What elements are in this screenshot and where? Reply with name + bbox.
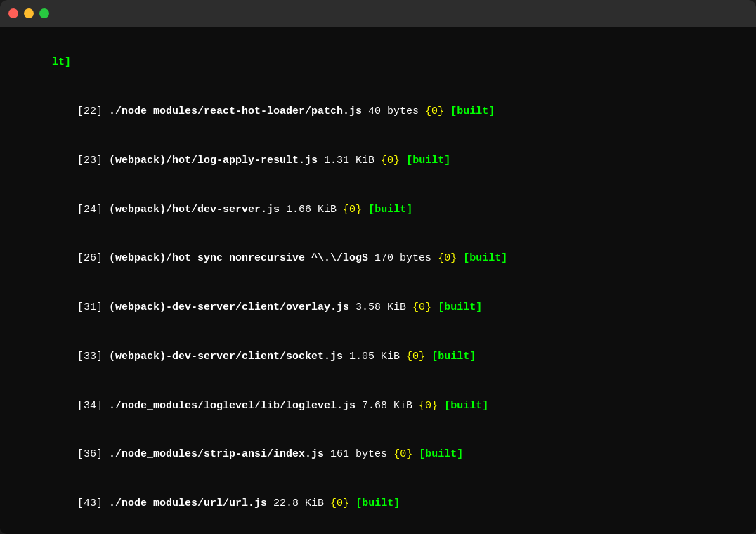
text-segment: [built] — [438, 301, 482, 313]
text-segment: 7.68 KiB — [356, 400, 419, 412]
text-segment — [349, 497, 356, 509]
terminal-line: [22] ./node_modules/react-hot-loader/pat… — [14, 87, 742, 136]
text-segment: 40 bytes — [362, 105, 425, 117]
close-button[interactable] — [8, 8, 18, 18]
text-segment — [457, 252, 463, 264]
text-segment — [438, 400, 444, 412]
text-segment: {0} — [412, 301, 431, 313]
text-segment: [22] — [52, 105, 109, 117]
text-segment: (webpack)/hot/log-apply-result.js — [109, 155, 318, 167]
text-segment: 1.66 KiB — [280, 204, 343, 216]
text-segment: [built] — [444, 400, 488, 412]
terminal-line: [24] (webpack)/hot/dev-server.js 1.66 Ki… — [14, 185, 742, 234]
text-segment: 3.58 KiB — [349, 301, 412, 313]
text-segment: [23] — [52, 155, 109, 167]
terminal-line: [36] ./node_modules/strip-ansi/index.js … — [14, 430, 742, 479]
text-segment: ./node_modules/strip-ansi/index.js — [109, 448, 324, 460]
text-segment: {0} — [381, 155, 400, 167]
text-segment: [43] — [52, 497, 109, 509]
text-segment: [34] — [52, 400, 109, 412]
text-segment: [built] — [406, 155, 450, 167]
text-segment: [31] — [52, 301, 109, 313]
terminal-line: [23] (webpack)/hot/log-apply-result.js 1… — [14, 136, 742, 185]
text-segment: ./node_modules/url/url.js — [109, 497, 267, 509]
text-segment — [431, 301, 438, 313]
text-segment: {0} — [330, 497, 349, 509]
text-segment: [built] — [431, 351, 476, 363]
text-segment: [built] — [463, 252, 507, 264]
terminal-line: [34] ./node_modules/loglevel/lib/logleve… — [14, 381, 742, 430]
text-segment: 161 bytes — [324, 448, 393, 460]
text-segment: 1.05 KiB — [343, 351, 406, 363]
text-segment: [built] — [450, 105, 495, 117]
text-segment: ./node_modules/react-hot-loader/patch.js — [109, 105, 362, 117]
text-segment — [425, 351, 431, 363]
titlebar — [0, 0, 756, 27]
text-segment: ./node_modules/loglevel/lib/loglevel.js — [109, 400, 356, 412]
text-segment: {0} — [393, 448, 412, 460]
terminal-line: [33] (webpack)-dev-server/client/socket.… — [14, 332, 742, 382]
text-segment: [26] — [52, 252, 109, 264]
text-segment: 22.8 KiB — [267, 497, 330, 509]
text-segment: [24] — [52, 204, 109, 216]
text-segment — [412, 448, 419, 460]
text-segment — [400, 155, 406, 167]
text-segment: (webpack)/hot/dev-server.js — [109, 204, 280, 216]
text-segment: [built] — [368, 204, 412, 216]
text-segment — [444, 105, 450, 117]
text-segment: 1.31 KiB — [318, 155, 381, 167]
text-segment: [36] — [52, 448, 109, 460]
text-segment — [362, 204, 368, 216]
terminal-window: lt] [22] ./node_modules/react-hot-loader… — [0, 0, 756, 534]
text-segment: {0} — [425, 105, 444, 117]
text-segment: (webpack)/hot sync nonrecursive ^\.\/log… — [109, 252, 368, 264]
text-segment: 170 bytes — [368, 252, 438, 264]
text-segment: {0} — [438, 252, 457, 264]
terminal-line: lt] — [14, 38, 742, 87]
text-segment: lt] — [52, 56, 71, 68]
terminal-line: [43] ./node_modules/url/url.js 22.8 KiB … — [14, 479, 742, 528]
text-segment: [33] — [52, 351, 109, 363]
maximize-button[interactable] — [39, 8, 49, 18]
text-segment: [built] — [419, 448, 463, 460]
text-segment: {0} — [343, 204, 362, 216]
text-segment: {0} — [406, 351, 425, 363]
text-segment: (webpack)-dev-server/client/overlay.js — [109, 301, 349, 313]
terminal-line: [44] (webpack)-dev-server/client?http://… — [14, 528, 742, 535]
terminal-line: [26] (webpack)/hot sync nonrecursive ^\.… — [14, 234, 742, 283]
minimize-button[interactable] — [24, 8, 34, 18]
text-segment: [built] — [356, 497, 400, 509]
terminal-line: [31] (webpack)-dev-server/client/overlay… — [14, 283, 742, 332]
terminal-body[interactable]: lt] [22] ./node_modules/react-hot-loader… — [0, 27, 756, 534]
text-segment: (webpack)-dev-server/client/socket.js — [109, 351, 343, 363]
text-segment: {0} — [419, 400, 438, 412]
